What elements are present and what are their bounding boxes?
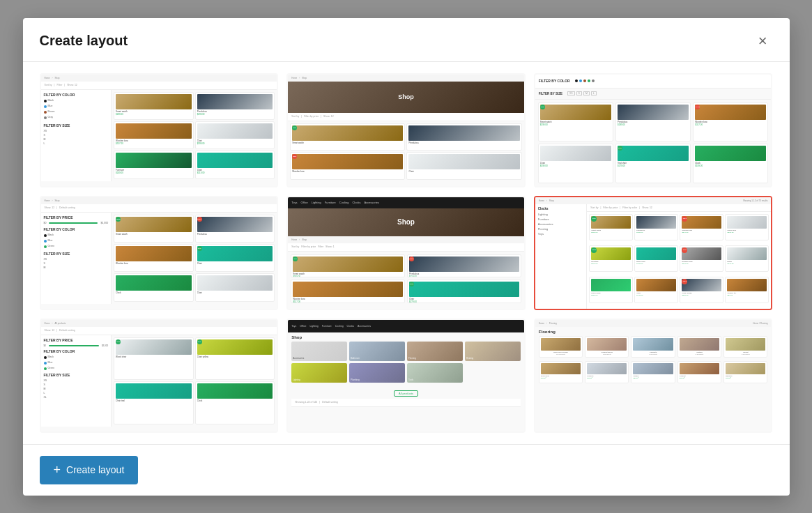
- layout-card[interactable]: Home›Shop Shop Sort by|Filter by price|S…: [286, 73, 526, 187]
- layout-card[interactable]: Toys Office Lighting Furniture Cooling C…: [286, 319, 526, 433]
- layout-card[interactable]: Toys Office Lighting Furniture Cooling C…: [286, 196, 526, 310]
- close-button[interactable]: ×: [753, 31, 773, 52]
- modal-footer: + Create layout: [23, 444, 790, 496]
- plus-icon: +: [54, 463, 61, 477]
- layout-card[interactable]: Home›Shop Sort by|Filter|Show: 12 FILTER…: [40, 73, 279, 187]
- modal-overlay: Create layout × Home›Shop Sort by|Filter…: [0, 0, 812, 513]
- modal-title: Create layout: [40, 33, 128, 49]
- layout-card[interactable]: Home›All products Show: 12|Default sorti…: [40, 319, 279, 433]
- layout-card[interactable]: FILTER BY COLOR FILTER BY SIZE: [534, 73, 773, 187]
- layout-card[interactable]: Home›Shop Show: 12|Default sorting FILTE…: [40, 196, 279, 310]
- create-layout-button-label: Create layout: [66, 464, 124, 475]
- create-layout-modal: Create layout × Home›Shop Sort by|Filter…: [23, 18, 790, 496]
- modal-body: Home›Shop Sort by|Filter|Show: 12 FILTER…: [23, 62, 790, 444]
- modal-header: Create layout ×: [23, 18, 790, 62]
- layouts-grid: Home›Shop Sort by|Filter|Show: 12 FILTER…: [40, 73, 773, 433]
- create-layout-button[interactable]: + Create layout: [40, 456, 139, 484]
- layout-card-selected[interactable]: Home›Shop Showing 1-12 of 73 results Clo…: [534, 196, 773, 310]
- layout-card[interactable]: Home›Flooring Home / Flooring Flooring D…: [534, 319, 773, 433]
